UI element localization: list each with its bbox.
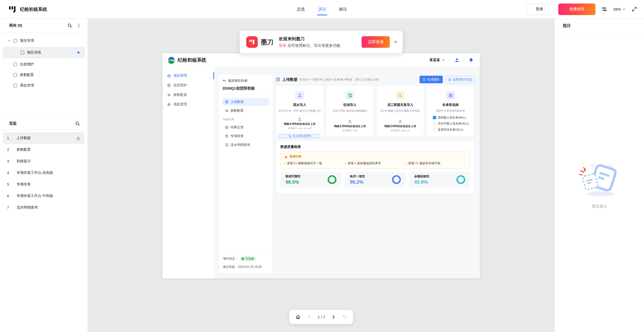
search-icon[interactable] [67, 23, 72, 28]
tab-annotate[interactable]: 标注 [339, 0, 347, 19]
nav-label: 系统管理 [174, 102, 187, 107]
restart-button[interactable] [342, 314, 347, 319]
login-link[interactable]: 登录 [279, 43, 286, 48]
mockup-header: 纪检初核系统 某某某 [163, 53, 480, 67]
menu-special-check[interactable]: 专项排查 [223, 132, 269, 140]
mockup-nav-info-maintenance[interactable]: 信息维护 [163, 81, 214, 89]
frame-icon [14, 73, 17, 77]
page-item-4[interactable]: 4 专项排查工作台-高风险 [3, 167, 84, 179]
dropzone-formats: 支持格式: xlsx, xls [391, 129, 410, 132]
user-profile-icon[interactable] [454, 58, 459, 63]
file-dropzone[interactable]: 拖拽文件到此处或点击上传 支持格式: html [329, 115, 371, 137]
page-item-6[interactable]: 6 专项排查工作台-中风险 [3, 190, 84, 202]
check-result-label: 检查结果 [290, 154, 302, 159]
home-button[interactable] [295, 314, 301, 320]
frame-icon [14, 84, 17, 87]
user-menu[interactable]: 某某某 [430, 58, 445, 62]
page-number: 4 [7, 171, 17, 175]
page-number: 2 [7, 148, 17, 152]
nav-label: 信息维护 [174, 83, 187, 88]
sliders-icon [167, 93, 171, 97]
page-number: 5 [7, 182, 17, 186]
free-use-button[interactable]: 免费使用 [558, 4, 595, 15]
mockup-app-title: 纪检初核系统 [178, 57, 206, 63]
progress-ring [391, 174, 402, 185]
uploaded-flow-query-button[interactable]: 已上传流水查询 [279, 134, 321, 138]
generate-report-button[interactable]: 生成报告 [420, 76, 443, 83]
menu-parameter-config[interactable]: 参数配置 [223, 107, 269, 114]
page-label: 专项排查工作台-高风险 [17, 171, 53, 175]
database-icon [276, 77, 280, 82]
tab-overview[interactable]: 总览 [297, 0, 305, 19]
topbar-brand: 纪检初核系统 [0, 6, 88, 13]
close-icon[interactable]: × [394, 39, 397, 45]
finding-item: •发现 23 条数据格式不一致 [284, 161, 345, 165]
page-item-1[interactable]: 1 上传数据 [3, 132, 84, 144]
menu-upload-data[interactable]: 上传数据 [223, 98, 269, 106]
prev-page-button[interactable] [307, 315, 312, 319]
back-to-projects-link[interactable]: 返回项目列表 [223, 78, 269, 83]
tree-item-parameter-config[interactable]: 参数配置 [3, 70, 85, 79]
file-dropzone[interactable]: 拖拽文件到此处或点击上传 支持格式: xlsx, xls [379, 115, 421, 137]
page-item-7[interactable]: 7 流水明细查询 [3, 202, 84, 213]
page-label: 参数配置 [17, 147, 31, 152]
tree-item-project-detail[interactable]: 项目详情 [3, 47, 85, 58]
nav-label: 参数配置 [174, 93, 187, 97]
menu-flow-detail-query[interactable]: 流水明细查询 [223, 141, 269, 149]
finding-item: •发现 5 条余额连续性异常 [345, 161, 406, 165]
card-title: 征信导入 [344, 103, 357, 107]
dropzone-formats: 支持格式: html [342, 129, 358, 132]
tree-item-project-management[interactable]: 项目管理 [3, 36, 85, 45]
page-label: 上传数据 [17, 136, 31, 140]
menu-result-overview[interactable]: 结果总览 [223, 123, 269, 131]
card-credit-import: 征信导入 支持 HTML 格式征信报告解析 拖拽文件到此处或点击上传 支持格式:… [326, 85, 374, 137]
page-item-3[interactable]: 3 初核提示 [3, 155, 84, 167]
pages-header-label: 页面 [9, 121, 17, 126]
login-now-button[interactable]: 立即登录 [362, 36, 390, 48]
modao-logo-icon [246, 36, 258, 48]
more-kebab-icon[interactable] [77, 23, 81, 28]
tree-item-system-management[interactable]: 系统管理 [3, 81, 85, 90]
menu-label: 专项排查 [231, 134, 244, 138]
card-family-relation-import: 员工家庭关系导入 Excel 模板上传员工家庭关系信息 拖拽文件到此处或点击上传… [376, 85, 424, 137]
notifications-bell-icon[interactable] [469, 58, 474, 63]
file-dropzone[interactable]: 拖拽文件到此处或点击上传 支持格式: xlsx, xls, pdf [279, 115, 321, 132]
frame-icon [14, 39, 17, 43]
next-page-button[interactable] [331, 315, 336, 319]
tab-present[interactable]: 演示 [318, 0, 326, 19]
fetch-bank-info-button[interactable]: 拉取本行信息 [445, 76, 475, 83]
cube-icon [167, 74, 171, 78]
topbar: 纪检初核系统 总览 演示 标注 登录 免费使用 58% [0, 0, 644, 19]
mockup-nav-parameter-config[interactable]: 参数配置 [163, 91, 214, 99]
page-label: 初核提示 [17, 159, 31, 163]
back-label: 返回项目列表 [228, 78, 248, 83]
fullscreen-icon[interactable] [632, 7, 637, 12]
status-value: 已完成 [246, 257, 254, 261]
mockup-nav-project-management[interactable]: 项目管理 [163, 72, 214, 80]
checkbox-high-risk-list[interactable]: 高风险人员名单(68人) [433, 116, 471, 119]
checkbox-regulator-watch-list[interactable]: 监管关注名单(32人) [433, 128, 471, 132]
tree-item-info-maintenance[interactable]: 信息维护 [3, 60, 85, 69]
metric-balance-continuity: 余额连续性 92.8% [409, 172, 470, 187]
settings-sliders-icon[interactable] [602, 6, 607, 12]
banner-subtitle: 登录 后可使用标注、导出等更多功能 [279, 43, 340, 48]
page-item-5[interactable]: 5 专项排查 [3, 179, 84, 190]
page-label: 专项排查 [17, 182, 31, 187]
welcome-banner: 墨刀 欢迎来到墨刀 登录 后可使用标注、导出等更多功能 立即登录 × [240, 31, 403, 53]
page-item-2[interactable]: 2 参数配置 [3, 144, 84, 155]
project-title: 2024Q1信贷部初核 [223, 86, 269, 91]
checkbox-unchecked-icon [433, 122, 436, 125]
zoom-control[interactable]: 58% [613, 7, 626, 11]
card-flow-import: 流水导入 支持 Excel、PDF 格式文件批量上传 拖拽文件到此处或点击上传 … [276, 85, 324, 137]
page-number: 6 [7, 194, 17, 198]
tree-item-label: 项目管理 [20, 38, 34, 43]
search-icon[interactable] [75, 121, 80, 126]
view-tabs: 总览 演示 标注 [297, 0, 347, 19]
frame-icon [14, 63, 17, 66]
dropzone-text: 拖拽文件到此处或点击上传 [384, 124, 416, 128]
page-number: 7 [7, 205, 17, 210]
login-button[interactable]: 登录 [527, 4, 552, 15]
checkbox-history-suspect-list[interactable]: 历史可疑人员名单(45人) [433, 122, 471, 126]
mockup-nav-system-management[interactable]: 系统管理 [163, 100, 214, 108]
warning-icon [284, 155, 288, 158]
